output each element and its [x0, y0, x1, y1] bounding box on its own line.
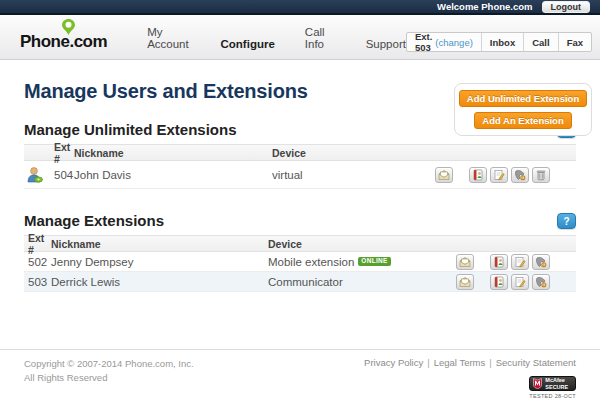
mcafee-shield-icon: [533, 375, 542, 393]
row-actions: [456, 274, 550, 290]
edit-icon[interactable]: [511, 274, 529, 290]
table-row: 502 Jenny Dempsey Mobile extension ONLIN…: [24, 252, 576, 272]
copyright: Copyright © 2007-2014 Phone.com, Inc. Al…: [24, 357, 194, 407]
col-header-device: Device: [272, 147, 576, 159]
device-cell: virtual: [272, 169, 435, 181]
extensions-table: Ext # Nickname Device 502 Jenny Dempsey …: [24, 235, 576, 292]
security-statement-link[interactable]: Security Statement: [496, 357, 576, 368]
table-row: 503 Derrick Lewis Communicator: [24, 272, 576, 292]
extension-number-cell: 502: [24, 256, 51, 268]
row-actions: [456, 254, 550, 270]
call-link[interactable]: Call: [523, 33, 557, 51]
device-name: Communicator: [268, 276, 343, 288]
fax-link[interactable]: Fax: [558, 33, 591, 51]
col-header-ext: Ext #: [54, 141, 74, 165]
mcafee-tested-date: TESTED 28-OCT: [529, 393, 576, 399]
main-nav: Phone.com My Account Configure Call Info…: [0, 15, 600, 60]
extension-widget: Ext. 503 (change) Inbox Call Fax: [406, 32, 592, 52]
inbox-link[interactable]: Inbox: [481, 33, 523, 51]
logo-pin-icon: [62, 19, 75, 39]
delete-icon[interactable]: [532, 167, 550, 183]
logout-button[interactable]: Logout: [542, 1, 591, 13]
voicemail-icon[interactable]: [435, 167, 453, 183]
online-status-badge: ONLINE: [358, 257, 390, 266]
welcome-text: Welcome Phone.com: [437, 1, 532, 12]
col-header-device: Device: [268, 238, 576, 250]
device-cell: Mobile extension ONLINE: [268, 256, 456, 268]
add-buttons-panel: Add Unlimited Extension Add An Extension: [454, 83, 592, 136]
nav-item-my-account[interactable]: My Account: [147, 26, 190, 50]
copyright-line1: Copyright © 2007-2014 Phone.com, Inc.: [24, 357, 194, 371]
mcafee-secure-badge[interactable]: McAfee SECURE TESTED 28-OCT: [529, 376, 576, 399]
extension-number-cell: 503: [24, 276, 51, 288]
nav-menu: My Account Configure Call Info Support: [147, 26, 406, 52]
table-row: 504 John Davis virtual: [24, 161, 576, 189]
call-settings-icon[interactable]: [532, 274, 550, 290]
nav-item-call-info[interactable]: Call Info: [305, 26, 336, 50]
nav-item-configure[interactable]: Configure: [221, 38, 275, 50]
copyright-line2: All Rights Reserved: [24, 371, 194, 385]
add-an-extension-button[interactable]: Add An Extension: [474, 112, 571, 129]
phone-com-logo[interactable]: Phone.com: [20, 32, 107, 52]
extension-number: Ext. 503: [415, 31, 432, 53]
contacts-icon[interactable]: [469, 167, 487, 183]
device-cell: Communicator: [268, 276, 456, 288]
nickname-cell[interactable]: Jenny Dempsey: [51, 256, 268, 268]
nickname-cell[interactable]: Derrick Lewis: [51, 276, 268, 288]
unlimited-section-title: Manage Unlimited Extensions: [24, 121, 237, 138]
col-header-ext: Ext #: [24, 232, 51, 256]
nav-item-support[interactable]: Support: [366, 38, 406, 50]
welcome-bar: Welcome Phone.com Logout: [0, 0, 600, 15]
call-settings-icon[interactable]: [511, 167, 529, 183]
edit-icon[interactable]: [511, 254, 529, 270]
current-extension: Ext. 503 (change): [407, 33, 481, 51]
footer: Copyright © 2007-2014 Phone.com, Inc. Al…: [0, 349, 600, 407]
extensions-section-title: Manage Extensions: [24, 212, 164, 229]
col-header-nickname: Nickname: [74, 147, 272, 159]
edit-icon[interactable]: [490, 167, 508, 183]
table-header: Ext # Nickname Device: [24, 144, 576, 161]
legal-terms-link[interactable]: Legal Terms: [434, 357, 486, 368]
contacts-icon[interactable]: [490, 254, 508, 270]
user-avatar-icon: [24, 166, 54, 184]
add-unlimited-extension-button[interactable]: Add Unlimited Extension: [459, 90, 587, 107]
contacts-icon[interactable]: [490, 274, 508, 290]
privacy-policy-link[interactable]: Privacy Policy: [364, 357, 423, 368]
call-settings-icon[interactable]: [532, 254, 550, 270]
main-content: Manage Users and Extensions Add Unlimite…: [0, 80, 600, 292]
device-name: Mobile extension: [268, 256, 354, 268]
table-header: Ext # Nickname Device: [24, 235, 576, 252]
voicemail-icon[interactable]: [456, 254, 474, 270]
nickname-cell[interactable]: John Davis: [74, 169, 272, 181]
footer-links: Privacy Policy|Legal Terms|Security Stat…: [364, 357, 576, 368]
extension-number-cell: 504: [54, 169, 74, 181]
help-button-extensions[interactable]: ?: [557, 213, 576, 229]
change-extension-link[interactable]: (change): [435, 37, 473, 48]
unlimited-extensions-table: Ext # Nickname Device 504 John Davis vir…: [24, 144, 576, 189]
voicemail-icon[interactable]: [456, 274, 474, 290]
col-header-nickname: Nickname: [51, 238, 268, 250]
row-actions: [435, 167, 550, 183]
extensions-section-header: Manage Extensions ?: [24, 212, 576, 229]
